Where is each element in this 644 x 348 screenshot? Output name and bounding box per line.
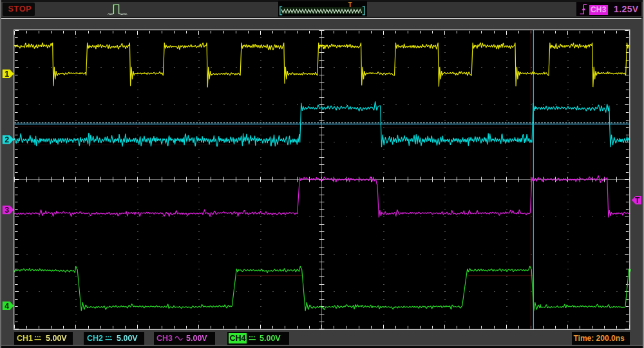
svg-text:2: 2 <box>5 135 9 144</box>
svg-text:T: T <box>635 196 640 205</box>
svg-text:1: 1 <box>5 70 9 79</box>
svg-text:4: 4 <box>5 302 9 311</box>
svg-text:3: 3 <box>5 206 9 215</box>
